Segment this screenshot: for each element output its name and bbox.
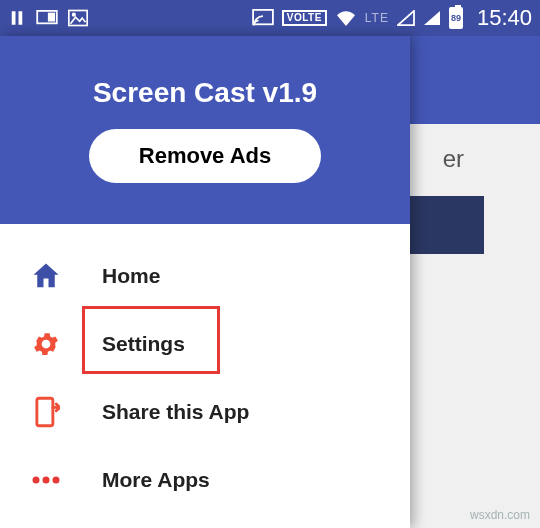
more-icon: [26, 460, 66, 500]
menu-label-home: Home: [102, 264, 160, 288]
svg-point-9: [43, 477, 50, 484]
svg-rect-3: [49, 14, 54, 21]
menu-label-more: More Apps: [102, 468, 210, 492]
watermark: wsxdn.com: [470, 508, 530, 522]
battery-level: 89: [451, 13, 461, 23]
drawer-menu: Home Settings Share this App More Apps: [0, 224, 410, 528]
drawer-header: Screen Cast v1.9 Remove Ads: [0, 36, 410, 224]
share-icon: [26, 392, 66, 432]
background-button-peek[interactable]: [410, 196, 484, 254]
signal-full-icon: [423, 10, 441, 26]
cast-notification-icon: [36, 10, 58, 26]
svg-point-10: [53, 477, 60, 484]
battery-icon: 89: [449, 7, 463, 29]
svg-rect-0: [12, 11, 16, 25]
menu-item-more[interactable]: More Apps: [0, 446, 410, 514]
app-title: Screen Cast v1.9: [93, 77, 317, 109]
gear-icon: [26, 324, 66, 364]
menu-item-share[interactable]: Share this App: [0, 378, 410, 446]
lte-label: LTE: [365, 11, 389, 25]
svg-rect-7: [37, 398, 53, 425]
signal-empty-icon: [397, 10, 415, 26]
background-text-peek: er: [443, 145, 464, 173]
menu-label-settings: Settings: [102, 332, 185, 356]
menu-item-settings[interactable]: Settings: [0, 310, 410, 378]
wifi-icon: [335, 9, 357, 27]
status-right: VOLTE LTE 89 15:40: [252, 5, 532, 31]
svg-point-5: [73, 13, 76, 16]
menu-label-share: Share this App: [102, 400, 249, 424]
svg-point-8: [33, 477, 40, 484]
screen: er VOLTE LTE: [0, 0, 540, 528]
status-bar: VOLTE LTE 89 15:40: [0, 0, 540, 36]
svg-rect-1: [19, 11, 23, 25]
menu-item-home[interactable]: Home: [0, 242, 410, 310]
home-icon: [26, 256, 66, 296]
volte-badge: VOLTE: [282, 10, 327, 26]
clock: 15:40: [477, 5, 532, 31]
pause-icon: [8, 9, 26, 27]
status-left: [8, 9, 88, 27]
image-notification-icon: [68, 9, 88, 27]
remove-ads-button[interactable]: Remove Ads: [89, 129, 321, 183]
navigation-drawer: Screen Cast v1.9 Remove Ads Home Setting…: [0, 36, 410, 528]
cast-status-icon: [252, 9, 274, 27]
